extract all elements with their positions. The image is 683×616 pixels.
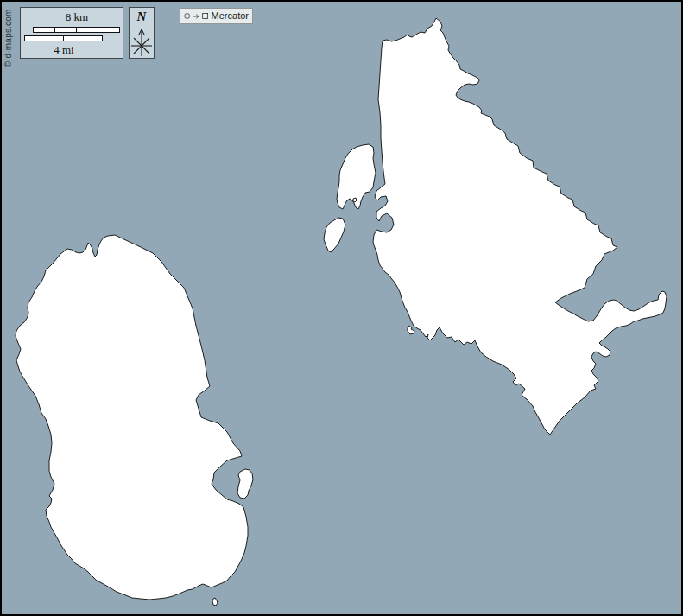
islet-east-of-southwest-island (237, 469, 253, 499)
projection-arrow-icon (193, 12, 199, 21)
island-northeast-main (373, 18, 667, 435)
map-frame: © d-maps.com 8 km 4 mi N (0, 0, 683, 616)
mi-scale-bar (25, 36, 103, 41)
scale-mi-label: 4 mi (25, 43, 103, 57)
islet-west-small (324, 218, 345, 252)
compass-rose-icon (130, 24, 153, 57)
north-label: N (130, 10, 154, 23)
projection-circle-icon (184, 11, 190, 21)
islet-coastal-tiny (408, 326, 414, 334)
island-southwest-main (16, 235, 248, 600)
copyright-label: © d-maps.com (3, 9, 13, 67)
km-scale-bar (34, 28, 120, 33)
scale-box: 8 km 4 mi (20, 7, 123, 59)
projection-square-icon (202, 11, 208, 21)
projection-name: Mercator (212, 11, 249, 21)
north-indicator: N (129, 7, 155, 59)
projection-badge: Mercator (180, 8, 253, 24)
islet-notch-speck (353, 198, 357, 202)
islet-south-speck (212, 598, 218, 606)
islands-layer (0, 0, 683, 616)
